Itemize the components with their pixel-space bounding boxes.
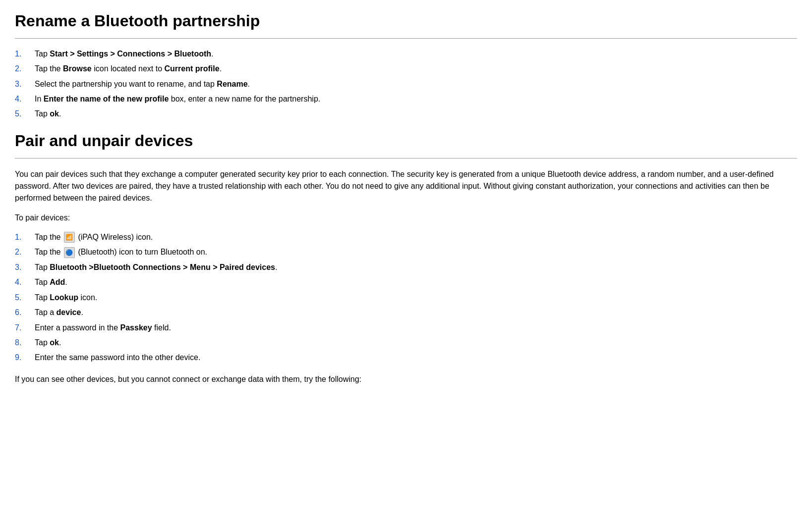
step-number: 7. — [15, 322, 35, 333]
pair-step-1: 1. Tap the (iPAQ Wireless) icon. — [15, 232, 797, 243]
step-content: Tap Lookup icon. — [35, 292, 97, 303]
rename-step-1: 1. Tap Start > Settings > Connections > … — [15, 49, 797, 59]
rename-step-4: 4. In Enter the name of the new profile … — [15, 94, 797, 105]
step-content: In Enter the name of the new profile box… — [35, 94, 320, 105]
step-bold: Enter the name of the new profile — [44, 95, 169, 103]
pair-step-8: 8. Tap ok. — [15, 337, 797, 348]
pair-subtext: To pair devices: — [15, 212, 797, 224]
step-bold: ok — [50, 338, 59, 347]
step-number: 6. — [15, 307, 35, 318]
pair-step-2: 2. Tap the (Bluetooth) icon to turn Blue… — [15, 247, 797, 258]
rename-divider — [15, 38, 797, 39]
pair-step-7: 7. Enter a password in the Passkey field… — [15, 322, 797, 333]
wireless-icon — [64, 232, 75, 243]
step-number: 1. — [15, 232, 35, 243]
step-content: Enter the same password into the other d… — [35, 352, 200, 363]
step-bold: Rename — [217, 80, 247, 88]
step-number: 4. — [15, 94, 35, 105]
step-bold: Start > Settings > Connections > Bluetoo… — [50, 50, 211, 58]
pair-step-9: 9. Enter the same password into the othe… — [15, 352, 797, 363]
step-content: Select the partnership you want to renam… — [35, 79, 250, 90]
step-number: 2. — [15, 63, 35, 74]
pair-title: Pair and unpair devices — [15, 130, 797, 152]
step-content: Enter a password in the Passkey field. — [35, 322, 171, 333]
step-content: Tap ok. — [35, 108, 61, 119]
pair-step-4: 4. Tap Add. — [15, 277, 797, 288]
step-bold: Add — [50, 278, 65, 286]
step-content: Tap ok. — [35, 337, 61, 348]
pair-step-6: 6. Tap a device. — [15, 307, 797, 318]
step-number: 2. — [15, 247, 35, 258]
step-content: Tap the (iPAQ Wireless) icon. — [35, 232, 153, 243]
rename-title: Rename a Bluetooth partnership — [15, 10, 797, 32]
rename-step-2: 2. Tap the Browse icon located next to C… — [15, 63, 797, 74]
step-bold: Browse — [63, 64, 92, 73]
pair-step-3: 3. Tap Bluetooth >Bluetooth Connections … — [15, 262, 797, 273]
step-number: 3. — [15, 262, 35, 273]
rename-step-3: 3. Select the partnership you want to re… — [15, 79, 797, 90]
step-bold: Bluetooth >Bluetooth Connections > Menu … — [50, 263, 275, 271]
step-content: Tap Add. — [35, 277, 67, 288]
pair-divider — [15, 158, 797, 158]
rename-steps-list: 1. Tap Start > Settings > Connections > … — [15, 49, 797, 120]
pair-intro: You can pair devices such that they exch… — [15, 168, 797, 204]
bluetooth-icon — [64, 247, 75, 258]
rename-step-5: 5. Tap ok. — [15, 108, 797, 119]
step-number: 1. — [15, 49, 35, 59]
step-bold: device — [57, 308, 81, 316]
pair-footer: If you can see other devices, but you ca… — [15, 373, 797, 385]
step-number: 3. — [15, 79, 35, 90]
step-content: Tap a device. — [35, 307, 83, 318]
step-content: Tap Start > Settings > Connections > Blu… — [35, 49, 214, 59]
step-number: 4. — [15, 277, 35, 288]
step-bold: Current profile — [165, 64, 220, 73]
step-number: 9. — [15, 352, 35, 363]
step-bold: Lookup — [50, 293, 78, 302]
pair-steps-list: 1. Tap the (iPAQ Wireless) icon. 2. Tap … — [15, 232, 797, 364]
step-number: 8. — [15, 337, 35, 348]
step-number: 5. — [15, 108, 35, 119]
step-bold: ok — [50, 109, 59, 118]
rename-section: Rename a Bluetooth partnership 1. Tap St… — [15, 10, 797, 120]
pair-step-5: 5. Tap Lookup icon. — [15, 292, 797, 303]
step-content: Tap the Browse icon located next to Curr… — [35, 63, 222, 74]
pair-section: Pair and unpair devices You can pair dev… — [15, 130, 797, 385]
step-content: Tap Bluetooth >Bluetooth Connections > M… — [35, 262, 277, 273]
step-bold: Passkey — [120, 323, 152, 332]
step-content: Tap the (Bluetooth) icon to turn Bluetoo… — [35, 247, 207, 258]
step-number: 5. — [15, 292, 35, 303]
